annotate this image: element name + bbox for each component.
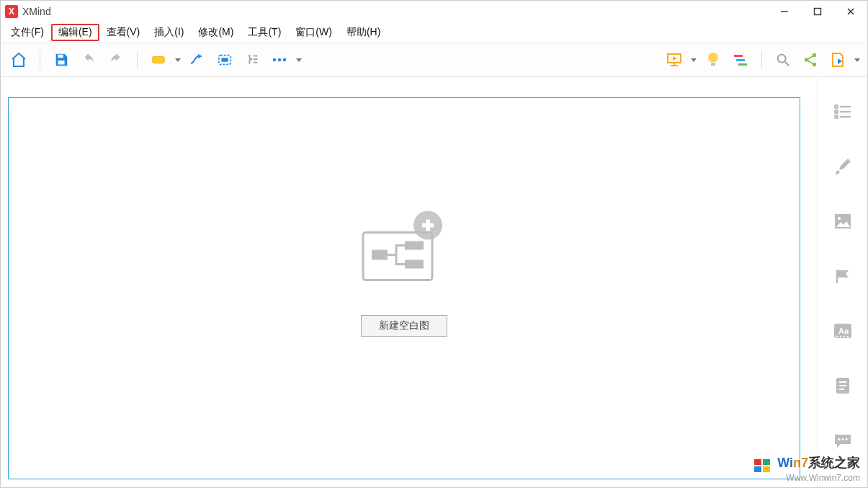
svg-point-56 [841,438,844,440]
svg-line-27 [807,56,813,60]
minimize-button[interactable] [768,1,801,22]
menu-file[interactable]: 文件(F) [4,24,51,41]
canvas[interactable]: 新建空白图 [8,97,800,479]
app-logo-icon: X [5,5,18,18]
gantt-button[interactable] [728,48,753,72]
home-button[interactable] [6,48,31,72]
menu-modify[interactable]: 修改(M) [191,24,241,41]
svg-point-12 [273,58,276,61]
undo-button[interactable] [76,48,101,72]
svg-rect-31 [426,220,430,231]
svg-point-40 [835,115,838,118]
svg-rect-33 [372,250,388,260]
svg-rect-20 [736,59,745,61]
toolbar [1,43,867,77]
summary-button[interactable] [240,48,264,72]
watermark-text-3: 系统之家 [808,456,860,470]
relationship-button[interactable] [185,48,210,72]
watermark-logo-icon [752,457,772,473]
watermark-text-1: Wi [777,456,793,470]
outline-icon[interactable] [833,102,853,122]
maximize-button[interactable] [801,1,834,22]
svg-point-14 [283,58,286,61]
menu-insert[interactable]: 插入(I) [147,24,191,41]
svg-rect-4 [58,55,63,58]
svg-point-36 [835,105,838,108]
more-dropdown[interactable] [295,48,303,72]
svg-point-55 [838,438,840,440]
menu-bar: 文件(F) 编辑(E) 查看(V) 插入(I) 修改(M) 工具(T) 窗口(W… [1,22,867,43]
topic-dropdown[interactable] [174,48,182,72]
menu-window[interactable]: 窗口(W) [288,24,339,41]
svg-line-28 [807,61,813,64]
svg-rect-1 [815,9,821,15]
format-panel: Aa [817,77,867,487]
search-button[interactable] [771,48,795,72]
close-button[interactable] [834,1,867,22]
svg-rect-21 [738,63,747,66]
share-button[interactable] [798,48,823,72]
image-icon[interactable] [833,211,853,231]
presentation-dropdown[interactable] [689,48,698,72]
export-dropdown[interactable] [853,48,862,72]
svg-point-38 [835,110,838,113]
svg-point-22 [778,55,786,63]
toolbar-separator [40,50,40,69]
notes-icon[interactable] [833,376,853,396]
new-blank-map-button[interactable]: 新建空白图 [361,315,447,337]
canvas-area: 新建空白图 [1,77,817,487]
svg-rect-34 [405,241,424,250]
menu-tools[interactable]: 工具(T) [241,24,288,41]
marker-flag-icon[interactable] [833,266,853,286]
svg-rect-5 [58,61,64,65]
watermark-url: Www.Winwin7.com [786,473,860,483]
presentation-button[interactable] [662,48,686,72]
svg-text:Aa: Aa [838,327,849,335]
menu-view[interactable]: 查看(V) [99,24,148,41]
svg-rect-6 [153,56,165,63]
comments-icon[interactable] [833,430,853,451]
menu-help[interactable]: 帮助(H) [339,24,388,41]
svg-rect-8 [221,58,228,62]
brainstorm-button[interactable] [701,48,725,72]
svg-rect-19 [734,55,743,57]
main-area: 新建空白图 Aa [1,77,867,487]
menu-edit[interactable]: 编辑(E) [51,24,99,41]
svg-point-50 [846,336,849,338]
export-button[interactable] [826,48,850,72]
svg-point-49 [843,336,845,338]
empty-map-icon [357,210,451,291]
toolbar-separator [761,50,762,69]
svg-point-43 [837,217,840,220]
svg-point-48 [839,336,841,338]
toolbar-separator [137,50,138,69]
window-controls [768,1,867,22]
text-style-icon[interactable]: Aa [833,321,853,341]
redo-button[interactable] [104,48,128,72]
title-bar: X XMind [1,1,867,22]
svg-point-47 [836,336,838,338]
watermark-text-2: n7 [793,456,808,470]
svg-point-57 [845,438,847,440]
svg-rect-18 [711,63,715,66]
watermark: Win7系统之家 Www.Winwin7.com [752,454,860,483]
save-button[interactable] [49,48,73,72]
more-button[interactable] [267,48,292,72]
svg-rect-35 [405,260,424,269]
svg-line-23 [785,62,789,66]
boundary-button[interactable] [212,48,237,72]
topic-button[interactable] [146,48,171,72]
svg-point-13 [278,58,281,61]
app-title: XMind [22,6,51,17]
format-brush-icon[interactable] [833,156,853,177]
